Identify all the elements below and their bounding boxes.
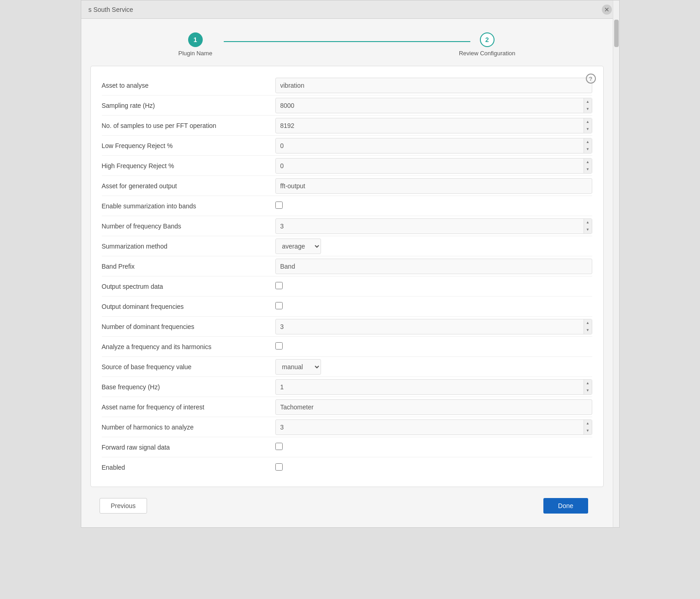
spin-down-low-freq[interactable] bbox=[584, 146, 592, 153]
window-title: s South Service bbox=[89, 6, 133, 13]
control-enable-summarization bbox=[275, 201, 592, 210]
spin-up-low-freq[interactable] bbox=[584, 138, 592, 146]
spinners-low-freq bbox=[584, 138, 592, 153]
input-number-harmonics-analyze[interactable] bbox=[275, 419, 592, 435]
form-card: ? Asset to analyse Sampling rate (Hz) bbox=[90, 66, 604, 487]
number-wrapper-base-freq bbox=[275, 379, 592, 395]
input-asset-to-analyse[interactable] bbox=[275, 78, 592, 93]
input-sampling-rate[interactable] bbox=[275, 98, 592, 113]
spinners-sampling-rate bbox=[584, 98, 592, 113]
input-no-of-samples[interactable] bbox=[275, 118, 592, 133]
label-summarization-method: Summarization method bbox=[102, 239, 275, 254]
spin-down-high-freq[interactable] bbox=[584, 166, 592, 173]
row-summarization-method: Summarization method average sum min max bbox=[102, 236, 592, 256]
label-band-prefix: Band Prefix bbox=[102, 259, 275, 274]
step1-label: Plugin Name bbox=[178, 50, 212, 57]
label-output-dominant-frequencies: Output dominant frequencies bbox=[102, 299, 275, 314]
select-summarization-method[interactable]: average sum min max bbox=[275, 239, 321, 254]
title-bar: s South Service ✕ bbox=[81, 0, 619, 19]
spinners-harmonics bbox=[584, 420, 592, 435]
spinners-freq-bands bbox=[584, 219, 592, 233]
row-analyze-frequency-harmonics: Analyze a frequency and its harmonics bbox=[102, 337, 592, 357]
spin-up-sampling-rate[interactable] bbox=[584, 98, 592, 106]
input-band-prefix[interactable] bbox=[275, 259, 592, 274]
checkbox-output-spectrum-data[interactable] bbox=[275, 282, 283, 289]
input-number-dominant-frequencies[interactable] bbox=[275, 319, 592, 334]
label-asset-name-frequency: Asset name for frequency of interest bbox=[102, 400, 275, 414]
row-number-frequency-bands: Number of frequency Bands bbox=[102, 216, 592, 236]
stepper-item-1: 1 Plugin Name bbox=[178, 32, 212, 57]
control-no-of-samples bbox=[275, 118, 592, 133]
spin-down-samples[interactable] bbox=[584, 126, 592, 133]
stepper-item-2: 2 Review Configuration bbox=[459, 32, 516, 57]
checkbox-analyze-frequency-harmonics[interactable] bbox=[275, 342, 283, 350]
previous-button[interactable]: Previous bbox=[100, 498, 147, 514]
number-wrapper-sampling-rate bbox=[275, 98, 592, 113]
checkbox-enable-summarization[interactable] bbox=[275, 201, 283, 209]
label-number-harmonics-analyze: Number of harmonics to analyze bbox=[102, 420, 275, 435]
control-forward-raw-signal bbox=[275, 443, 592, 451]
label-asset-generated-output: Asset for generated output bbox=[102, 179, 275, 193]
footer-buttons: Previous Done bbox=[90, 487, 597, 518]
label-sampling-rate: Sampling rate (Hz) bbox=[102, 98, 275, 113]
control-high-freq-reject bbox=[275, 158, 592, 174]
control-output-spectrum-data bbox=[275, 282, 592, 291]
select-source-base-frequency[interactable]: manual asset bbox=[275, 359, 321, 375]
row-low-freq-reject: Low Frequency Reject % bbox=[102, 136, 592, 156]
spin-up-harmonics[interactable] bbox=[584, 420, 592, 427]
row-high-freq-reject: High Frequency Reject % bbox=[102, 156, 592, 176]
input-asset-generated-output[interactable] bbox=[275, 178, 592, 194]
input-number-frequency-bands[interactable] bbox=[275, 218, 592, 234]
scrollbar-thumb[interactable] bbox=[614, 20, 619, 47]
row-enable-summarization: Enable summarization into bands bbox=[102, 196, 592, 216]
label-enabled: Enabled bbox=[102, 460, 275, 475]
close-button[interactable]: ✕ bbox=[602, 5, 612, 15]
label-output-spectrum-data: Output spectrum data bbox=[102, 279, 275, 294]
spin-down-harmonics[interactable] bbox=[584, 427, 592, 435]
number-wrapper-high-freq bbox=[275, 158, 592, 174]
checkbox-output-dominant-frequencies[interactable] bbox=[275, 302, 283, 309]
control-band-prefix bbox=[275, 259, 592, 274]
label-source-base-frequency: Source of base frequency value bbox=[102, 360, 275, 374]
row-forward-raw-signal: Forward raw signal data bbox=[102, 437, 592, 457]
label-enable-summarization: Enable summarization into bands bbox=[102, 199, 275, 213]
input-base-frequency[interactable] bbox=[275, 379, 592, 395]
label-low-freq-reject: Low Frequency Reject % bbox=[102, 138, 275, 153]
row-output-dominant-frequencies: Output dominant frequencies bbox=[102, 297, 592, 317]
content-area: 1 Plugin Name 2 Review Configuration ? A… bbox=[81, 19, 613, 527]
input-asset-name-frequency[interactable] bbox=[275, 399, 592, 415]
spin-down-sampling-rate[interactable] bbox=[584, 106, 592, 113]
scrollbar[interactable] bbox=[613, 0, 619, 527]
spinners-samples bbox=[584, 118, 592, 133]
help-icon[interactable]: ? bbox=[586, 74, 596, 84]
label-number-frequency-bands: Number of frequency Bands bbox=[102, 219, 275, 233]
step1-circle: 1 bbox=[188, 32, 203, 47]
checkbox-forward-raw-signal[interactable] bbox=[275, 443, 283, 450]
spin-down-base-freq[interactable] bbox=[584, 387, 592, 394]
label-high-freq-reject: High Frequency Reject % bbox=[102, 159, 275, 173]
label-number-dominant-frequencies: Number of dominant frequencies bbox=[102, 319, 275, 334]
label-base-frequency: Base frequency (Hz) bbox=[102, 380, 275, 394]
number-wrapper-samples bbox=[275, 118, 592, 133]
control-number-frequency-bands bbox=[275, 218, 592, 234]
spin-up-high-freq[interactable] bbox=[584, 159, 592, 166]
number-wrapper-harmonics bbox=[275, 419, 592, 435]
input-low-freq-reject[interactable] bbox=[275, 138, 592, 154]
spin-up-samples[interactable] bbox=[584, 118, 592, 126]
spin-down-dominant-freq[interactable] bbox=[584, 327, 592, 334]
spinners-dominant-freq bbox=[584, 319, 592, 334]
control-asset-generated-output bbox=[275, 178, 592, 194]
control-output-dominant-frequencies bbox=[275, 302, 592, 311]
spin-up-base-freq[interactable] bbox=[584, 380, 592, 387]
control-enabled bbox=[275, 463, 592, 472]
spinners-high-freq bbox=[584, 159, 592, 173]
spin-up-dominant-freq[interactable] bbox=[584, 319, 592, 327]
done-button[interactable]: Done bbox=[543, 498, 588, 514]
checkbox-enabled[interactable] bbox=[275, 463, 283, 471]
spin-up-freq-bands[interactable] bbox=[584, 219, 592, 226]
number-wrapper-dominant-freq bbox=[275, 319, 592, 334]
row-source-base-frequency: Source of base frequency value manual as… bbox=[102, 357, 592, 377]
spin-down-freq-bands[interactable] bbox=[584, 226, 592, 233]
label-forward-raw-signal: Forward raw signal data bbox=[102, 440, 275, 455]
input-high-freq-reject[interactable] bbox=[275, 158, 592, 174]
